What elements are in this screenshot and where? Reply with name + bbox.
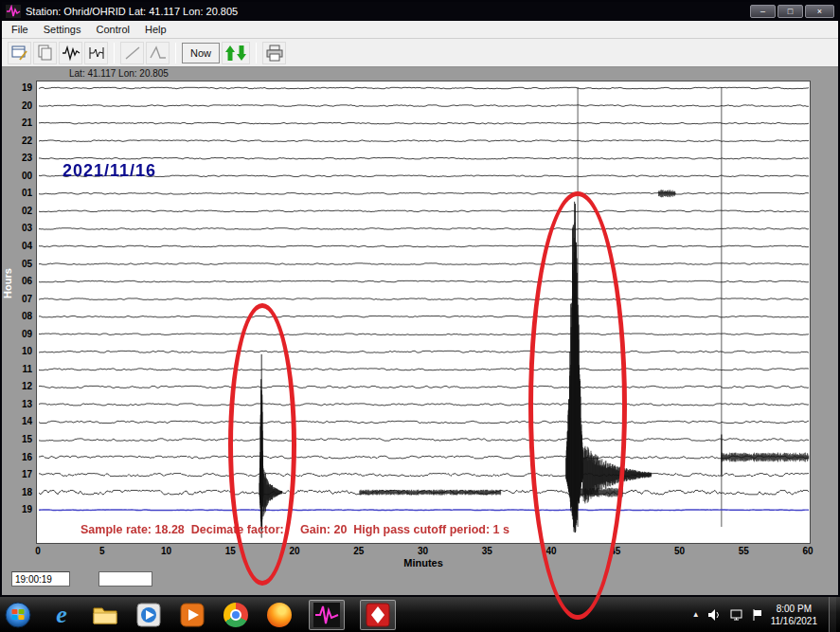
acquisition-info-label: Sample rate: 18.28 Decimate factor: Gain…: [80, 523, 509, 536]
hour-axis: 1920212223000102030405060708091011121314…: [2, 81, 34, 544]
minute-label: 20: [281, 546, 308, 556]
menu-file[interactable]: File: [4, 22, 36, 37]
hour-label: 23: [22, 153, 32, 163]
app-icon: [6, 5, 21, 18]
hour-label: 13: [22, 399, 32, 409]
hour-label: 15: [22, 434, 32, 444]
minute-label: 30: [410, 546, 437, 556]
window-controls: – □ ×: [750, 5, 834, 18]
minute-label: 40: [538, 546, 564, 556]
peak-curve-icon: [149, 44, 168, 63]
system-tray: ▲ 8:00 PM 11/16/2021: [692, 597, 836, 632]
orange-player-icon[interactable]: [178, 601, 206, 629]
internet-explorer-icon[interactable]: e: [47, 601, 76, 629]
maximize-button[interactable]: □: [777, 5, 803, 18]
hour-label: 22: [22, 135, 32, 146]
print-button[interactable]: [262, 42, 286, 64]
titlebar[interactable]: Station: Ohrid/OHRID Lat: 41.117 Lon: 20…: [2, 2, 838, 21]
record-date-label: 2021/11/16: [63, 161, 156, 181]
secondary-field[interactable]: [98, 571, 152, 587]
minute-label: 50: [667, 546, 693, 556]
hour-label: 03: [22, 223, 32, 233]
hour-label: 08: [22, 311, 32, 321]
minute-label: 25: [346, 546, 372, 556]
trace-window-icon: [87, 44, 106, 63]
network-icon[interactable]: [729, 608, 743, 622]
waveform-icon: [62, 44, 80, 63]
minimize-button[interactable]: –: [750, 5, 776, 18]
hour-label: 01: [22, 188, 32, 198]
minute-label: 5: [89, 546, 116, 556]
hour-label: 11: [22, 364, 32, 374]
minute-label: 15: [217, 546, 243, 556]
media-player-icon[interactable]: [134, 601, 163, 629]
green-up-down-arrows-icon: [224, 45, 247, 62]
now-button[interactable]: Now: [182, 43, 220, 63]
record-time-field[interactable]: [11, 571, 70, 587]
station-window-icon: [10, 44, 29, 63]
close-button[interactable]: ×: [805, 5, 834, 18]
hour-label: 10: [22, 346, 32, 356]
start-button[interactable]: [4, 601, 32, 629]
minute-axis: 051015202530354045505560: [36, 546, 811, 557]
seismograph-app-icon: [313, 603, 340, 627]
copy-page-button[interactable]: [33, 42, 57, 64]
hour-label: 18: [22, 487, 32, 497]
menu-control[interactable]: Control: [88, 22, 136, 37]
minute-label: 0: [25, 546, 51, 556]
menu-help[interactable]: Help: [137, 22, 174, 37]
hour-label: 12: [22, 381, 32, 391]
taskbar: e ▲ 8:00: [0, 597, 840, 632]
hour-label: 17: [22, 469, 32, 479]
minutes-axis-title: Minutes: [36, 557, 811, 569]
coordinates-label: Lat: 41.117 Lon: 20.805: [69, 68, 169, 79]
menubar: File Settings Control Help: [2, 21, 838, 39]
toolbar-separator: [114, 43, 115, 63]
minute-label: 10: [153, 546, 180, 556]
volume-icon[interactable]: [707, 608, 722, 622]
minute-label: 45: [602, 546, 629, 556]
helicorder-chart[interactable]: 2021/11/16 Sample rate: 18.28 Decimate f…: [36, 81, 811, 544]
scroll-up-down-button[interactable]: [222, 42, 250, 64]
hour-label: 06: [22, 276, 32, 286]
screen: Station: Ohrid/OHRID Lat: 41.117 Lon: 20…: [0, 0, 840, 632]
hour-label: 21: [22, 117, 32, 128]
show-desktop-button[interactable]: [829, 597, 836, 632]
red-app-button[interactable]: [360, 600, 396, 630]
action-center-flag-icon[interactable]: [751, 608, 763, 622]
copy-page-icon: [36, 44, 55, 63]
chrome-icon[interactable]: [222, 601, 250, 629]
hour-label: 05: [22, 259, 32, 269]
hour-label: 00: [22, 171, 32, 181]
hour-label: 04: [22, 241, 32, 251]
clock-date: 11/16/2021: [771, 615, 817, 627]
window-title: Station: Ohrid/OHRID Lat: 41.117 Lon: 20…: [26, 6, 745, 17]
windows-orb-icon: [5, 602, 31, 628]
minute-label: 55: [730, 546, 757, 556]
hour-label: 20: [22, 100, 32, 111]
clock-time: 8:00 PM: [771, 603, 817, 615]
hour-label: 02: [22, 206, 32, 216]
waveform-view-button[interactable]: [59, 42, 82, 64]
slope-tool-button[interactable]: [120, 42, 144, 64]
firefox-icon[interactable]: [265, 601, 294, 629]
hour-label: 07: [22, 294, 32, 304]
hour-label: 19: [22, 82, 32, 93]
diagonal-line-icon: [123, 44, 142, 63]
minute-label: 60: [795, 546, 821, 556]
seismograph-app-button[interactable]: [309, 600, 345, 630]
toolbar: Now: [2, 39, 838, 67]
new-station-window-button[interactable]: [8, 42, 31, 64]
toolbar-separator: [175, 43, 176, 63]
client-area: Lat: 41.117 Lon: 20.805 Hours 1920212223…: [2, 67, 838, 595]
hour-label: 09: [22, 329, 32, 339]
taskbar-clock[interactable]: 8:00 PM 11/16/2021: [771, 603, 817, 627]
trace-window-button[interactable]: [84, 42, 108, 64]
file-explorer-icon[interactable]: [91, 601, 119, 629]
red-diamond-app-icon: [366, 603, 390, 627]
hour-label: 16: [22, 452, 32, 462]
trace-canvas: [37, 81, 812, 545]
hidden-icons-chevron[interactable]: ▲: [692, 610, 700, 619]
peak-tool-button[interactable]: [146, 42, 170, 64]
menu-settings[interactable]: Settings: [36, 22, 89, 37]
